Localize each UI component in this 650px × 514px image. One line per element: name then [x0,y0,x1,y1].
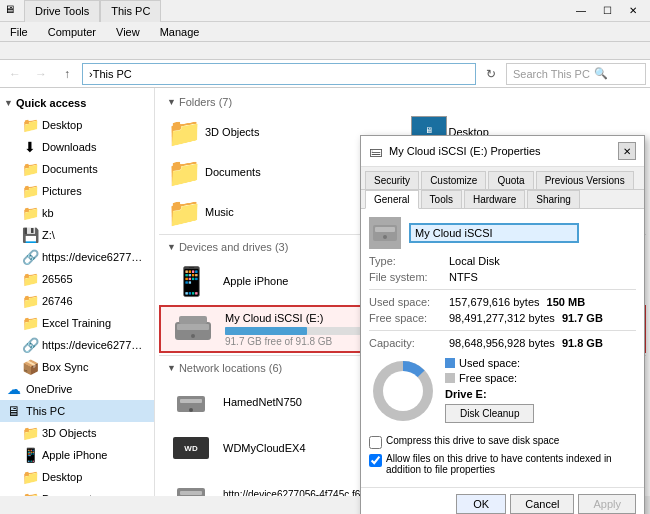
dialog-icon: 🖴 [369,143,383,159]
onedrive-icon: ☁ [6,381,22,397]
tab-quota[interactable]: Quota [488,171,533,189]
quick-access-label: Quick access [16,97,86,109]
sidebar-item-z[interactable]: 💾 Z:\ [0,224,154,246]
capacity-bytes: 98,648,956,928 bytes [449,337,555,349]
sidebar-item-appleiphone[interactable]: 📱 Apple iPhone [0,444,154,466]
disk-drive-label: Drive E: [445,388,534,400]
maximize-button[interactable]: ☐ [594,3,620,19]
http-icon [167,476,215,496]
free-row: Free space: 98,491,277,312 bytes 91.7 GB [369,312,636,324]
dialog-close-button[interactable]: ✕ [618,142,636,160]
disk-pie-chart [369,357,437,425]
svg-rect-1 [177,324,209,330]
26565-icon: 📁 [22,271,38,287]
network-label: Network locations (6) [179,362,282,374]
tab-drive-tools[interactable]: Drive Tools [24,0,100,22]
tab-previous-versions[interactable]: Customize [421,171,486,189]
devices-arrow: ▼ [167,242,176,252]
tab-customize[interactable]: Previous Versions [536,171,634,189]
sidebar-item-https1[interactable]: 🔗 https://device6277056-4f745c... [0,246,154,268]
3dobjects-icon: 📁 [22,425,38,441]
menu-bar: File Computer View Manage [0,22,650,42]
cancel-button[interactable]: Cancel [510,494,574,514]
disk-cleanup-button[interactable]: Disk Cleanup [445,404,534,423]
mycloud-bar [225,327,307,335]
apply-button[interactable]: Apply [578,494,636,514]
back-button[interactable]: ← [4,63,26,85]
network-arrow: ▼ [167,363,176,373]
dialog-body: Type: Local Disk File system: NTFS Used … [361,209,644,487]
folder-documents-icon: 📁 [167,156,199,188]
iphone-icon: 📱 [22,447,38,463]
search-placeholder: Search This PC [513,68,590,80]
legend-used-box [445,358,455,368]
search-box[interactable]: Search This PC 🔍 [506,63,646,85]
address-box[interactable]: › This PC [82,63,476,85]
index-checkbox[interactable] [369,454,382,467]
sidebar-item-thispc[interactable]: 🖥 This PC [0,400,154,422]
folder-3dobjects-icon: 📁 [167,116,199,148]
quick-access-arrow: ▼ [4,98,13,108]
svg-point-13 [383,371,423,411]
pictures-icon: 📁 [22,183,38,199]
tab-sharing[interactable]: Sharing [527,190,579,208]
kb-icon: 📁 [22,205,38,221]
sidebar-item-downloads[interactable]: ⬇ Downloads [0,136,154,158]
tab-security[interactable]: Security [365,171,419,189]
sidebar-item-kb[interactable]: 📁 kb [0,202,154,224]
compress-checkbox[interactable] [369,436,382,449]
folders-section-header[interactable]: ▼ Folders (7) [159,92,646,112]
sidebar-item-26565[interactable]: 📁 26565 [0,268,154,290]
hamed-icon [167,384,215,420]
window-controls: — ☐ ✕ [568,3,646,19]
z-drive-icon: 💾 [22,227,38,243]
fs-value: NTFS [449,271,478,283]
menu-file[interactable]: File [4,24,34,40]
capacity-label: Capacity: [369,337,449,349]
desktop2-icon: 📁 [22,469,38,485]
folder-documents-label: Documents [205,166,261,178]
sidebar-item-3dobjects[interactable]: 📁 3D Objects [0,422,154,444]
tab-tools[interactable]: Tools [421,190,462,208]
properties-dialog[interactable]: 🖴 My Cloud iSCSI (E:) Properties ✕ Secur… [360,135,645,514]
close-button[interactable]: ✕ [620,3,646,19]
tab-general[interactable]: General [365,190,419,209]
minimize-button[interactable]: — [568,3,594,19]
sidebar-item-boxsync[interactable]: 📦 Box Sync [0,356,154,378]
tab-hardware[interactable]: Hardware [464,190,525,208]
search-icon: 🔍 [594,67,608,80]
svg-point-11 [383,235,387,239]
up-button[interactable]: ↑ [56,63,78,85]
free-bytes: 98,491,277,312 bytes [449,312,555,324]
title-bar: 🖥 Drive Tools This PC — ☐ ✕ [0,0,650,22]
sidebar-item-documents2[interactable]: 📁 Documents [0,488,154,496]
sidebar-item-pictures[interactable]: 📁 Pictures [0,180,154,202]
sidebar-item-onedrive[interactable]: ☁ OneDrive [0,378,154,400]
menu-computer[interactable]: Computer [42,24,102,40]
tab-this-pc[interactable]: This PC [100,0,161,22]
link1-icon: 🔗 [22,249,38,265]
type-value: Local Disk [449,255,500,267]
sidebar-item-documents[interactable]: 📁 Documents [0,158,154,180]
sidebar-quick-access[interactable]: ▼ Quick access [0,92,154,114]
forward-button[interactable]: → [30,63,52,85]
refresh-button[interactable]: ↻ [480,63,502,85]
documents2-icon: 📁 [22,491,38,496]
sidebar-item-excel[interactable]: 📁 Excel Training [0,312,154,334]
legend-used-label: Used space: [459,357,520,369]
ok-button[interactable]: OK [456,494,506,514]
sidebar-item-https2[interactable]: 🔗 https://device6277056-4f745cf6... [0,334,154,356]
mycloud-icon [169,311,217,347]
sidebar-item-26746[interactable]: 📁 26746 [0,290,154,312]
sidebar-item-desktop2[interactable]: 📁 Desktop [0,466,154,488]
sidebar-item-desktop[interactable]: 📁 Desktop [0,114,154,136]
menu-manage[interactable]: Manage [154,24,206,40]
drive-name-input[interactable] [409,223,579,243]
index-checkbox-row: Allow files on this drive to have conten… [369,453,636,475]
type-row: Type: Local Disk [369,255,636,267]
used-label: Used space: [369,296,449,308]
menu-view[interactable]: View [110,24,146,40]
address-bar: ← → ↑ › This PC ↻ Search This PC 🔍 [0,60,650,88]
folder-music-label: Music [205,206,234,218]
folders-arrow: ▼ [167,97,176,107]
